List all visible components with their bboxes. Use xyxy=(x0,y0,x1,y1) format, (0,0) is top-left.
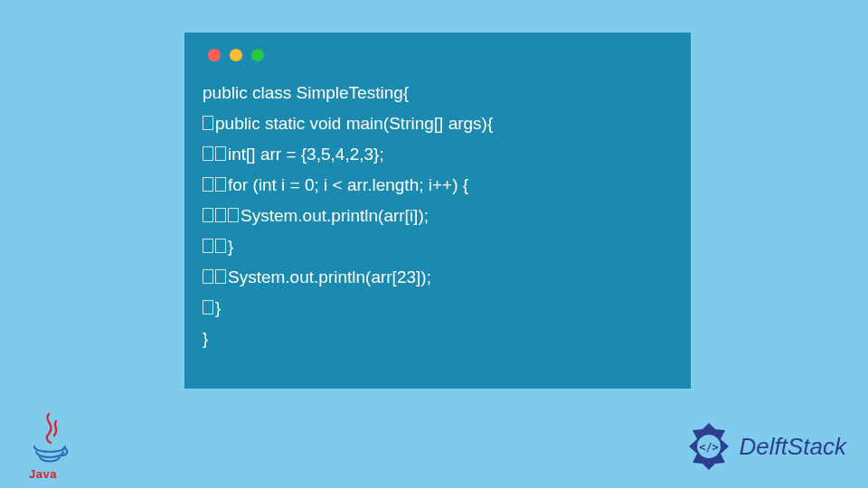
code-text: int[] arr = {3,5,4,2,3}; xyxy=(228,145,384,164)
indent-placeholder-icon xyxy=(203,146,213,161)
indent-placeholder-icon xyxy=(215,177,226,192)
code-line: System.out.println(arr[23]); xyxy=(203,262,673,293)
code-text: System.out.println(arr[23]); xyxy=(228,267,431,286)
indent-placeholder-icon xyxy=(228,208,239,222)
indent-placeholder-icon xyxy=(203,269,213,284)
java-label: Java xyxy=(29,467,57,481)
code-line: public static void main(String[] args){ xyxy=(203,108,673,139)
indent-placeholder-icon xyxy=(203,177,213,192)
code-line: System.out.println(arr[i]); xyxy=(203,201,673,231)
code-text: } xyxy=(203,329,208,348)
code-text: } xyxy=(228,237,233,256)
code-line: int[] arr = {3,5,4,2,3}; xyxy=(203,139,673,170)
code-window: public class SimpleTesting{public static… xyxy=(184,33,691,389)
indent-placeholder-icon xyxy=(215,208,226,222)
maximize-icon xyxy=(251,49,264,61)
minimize-icon xyxy=(230,49,242,61)
indent-placeholder-icon xyxy=(215,239,226,253)
code-block: public class SimpleTesting{public static… xyxy=(203,78,673,354)
code-text: } xyxy=(215,298,221,317)
delftstack-label: DelftStack xyxy=(740,433,847,461)
java-logo-icon xyxy=(29,412,71,468)
delftstack-branding: </> DelftStack xyxy=(684,421,847,472)
code-text: System.out.println(arr[i]); xyxy=(241,206,429,225)
close-icon xyxy=(208,49,221,61)
code-text: public static void main(String[] args){ xyxy=(215,114,493,133)
code-line: public class SimpleTesting{ xyxy=(203,78,673,108)
indent-placeholder-icon xyxy=(215,146,226,161)
code-line: } xyxy=(203,231,673,262)
indent-placeholder-icon xyxy=(203,116,213,130)
svg-text:</>: </> xyxy=(699,441,719,454)
indent-placeholder-icon xyxy=(203,300,213,314)
indent-placeholder-icon xyxy=(203,239,213,253)
code-text: public class SimpleTesting{ xyxy=(203,83,409,102)
indent-placeholder-icon xyxy=(203,208,213,222)
window-controls xyxy=(208,49,673,61)
code-line: } xyxy=(203,324,673,354)
code-line: for (int i = 0; i < arr.length; i++) { xyxy=(203,170,673,201)
indent-placeholder-icon xyxy=(215,269,226,284)
code-text: for (int i = 0; i < arr.length; i++) { xyxy=(228,175,468,194)
code-line: } xyxy=(203,293,673,324)
delftstack-logo-icon: </> xyxy=(684,421,734,472)
